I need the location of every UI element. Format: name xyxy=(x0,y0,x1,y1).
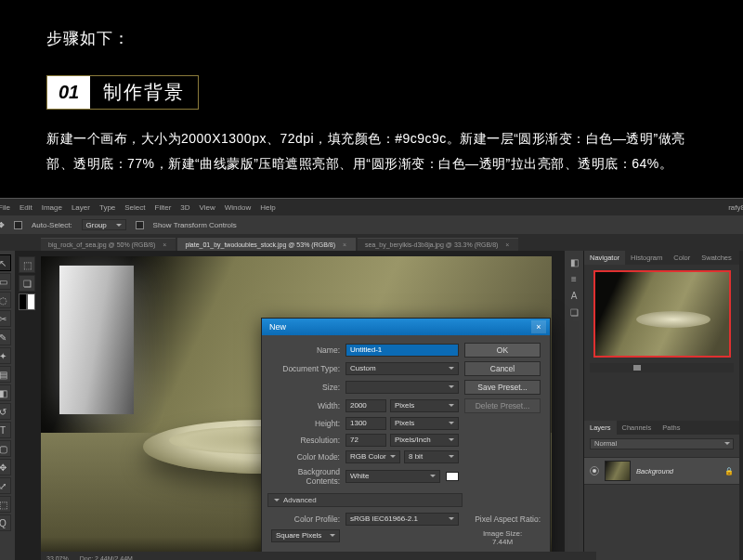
menu-item[interactable]: Window xyxy=(225,203,251,212)
colormode-label: Color Mode: xyxy=(271,452,340,462)
panel-tab[interactable]: Color xyxy=(668,251,696,265)
menu-item[interactable]: Layer xyxy=(72,203,90,212)
tool-icon[interactable]: ⬚ xyxy=(0,496,11,513)
layer-row[interactable]: Background 🔒 xyxy=(584,457,739,485)
advanced-section-toggle[interactable]: Advanced xyxy=(267,493,463,507)
tool-icon[interactable]: ▭ xyxy=(0,273,11,290)
color-swatches[interactable] xyxy=(19,293,35,310)
doctype-dropdown[interactable]: Custom xyxy=(345,362,459,375)
menu-item[interactable]: Select xyxy=(124,203,145,212)
dialog-titlebar[interactable]: New × xyxy=(262,319,550,335)
layer-name[interactable]: Background xyxy=(636,467,673,475)
colorprofile-label: Color Profile: xyxy=(271,514,340,524)
menu-item[interactable]: Edit xyxy=(20,203,33,212)
tool-icon[interactable]: ◌ xyxy=(0,292,11,308)
layer-thumbnail[interactable] xyxy=(605,461,631,481)
close-icon[interactable]: × xyxy=(343,241,346,248)
zoom-level[interactable]: 33.07% xyxy=(46,555,69,560)
navigator-panel-tabs: NavigatorHistogramColorSwatches xyxy=(584,251,739,265)
tool-icon[interactable]: T xyxy=(0,422,11,438)
user-label: rafy8 xyxy=(728,203,743,212)
menu-item[interactable]: Filter xyxy=(155,203,172,212)
menu-item[interactable]: Image xyxy=(42,203,62,212)
canvas-softbox-graphic xyxy=(59,266,134,414)
bgcolor-swatch[interactable] xyxy=(446,472,459,481)
panel-tab[interactable]: Swatches xyxy=(696,251,737,265)
toolbox: ↖▭◌✂✎✦▤◧↺T▢✥⤢⬚Q xyxy=(0,251,15,560)
tool-icon[interactable]: ▤ xyxy=(0,366,11,383)
tool-icon[interactable]: ❏ xyxy=(19,275,35,292)
tool-icon[interactable]: ↺ xyxy=(0,403,11,420)
menu-item[interactable]: 3D xyxy=(180,203,189,212)
tool-icon[interactable]: ⬚ xyxy=(19,256,35,273)
blendmode-dropdown[interactable]: Normal xyxy=(590,438,734,449)
section-header: 01 制作背景 xyxy=(46,75,199,110)
tool-icon[interactable]: ✦ xyxy=(0,347,11,364)
tool-icon[interactable]: Q xyxy=(0,514,11,531)
document-tab[interactable]: big_rock_of_sea.jpg @ 50% (RGB/8)× xyxy=(41,238,176,251)
resolution-input[interactable]: 72 xyxy=(345,434,386,447)
width-unit-dropdown[interactable]: Pixels xyxy=(390,399,459,412)
tool-icon[interactable]: ⤢ xyxy=(0,477,11,494)
menu-item[interactable]: File xyxy=(0,203,10,212)
resolution-unit-dropdown[interactable]: Pixels/Inch xyxy=(390,434,459,447)
size-dropdown[interactable] xyxy=(345,381,459,394)
menu-item[interactable]: Type xyxy=(99,203,115,212)
layer-visibility-icon[interactable] xyxy=(590,466,599,475)
size-label: Size: xyxy=(271,383,340,392)
panel-tab[interactable]: Navigator xyxy=(584,251,625,265)
name-label: Name: xyxy=(271,345,340,355)
tool-icon[interactable]: ◧ xyxy=(0,384,11,401)
panel-tab[interactable]: Channels xyxy=(617,421,658,435)
section-number: 01 xyxy=(47,76,90,109)
document-tab[interactable]: sea_by_berylkis-d3b8ja.jpg @ 33.3% (RGB/… xyxy=(358,238,518,251)
doc-size: Doc: 2.44M/2.44M xyxy=(80,555,133,560)
name-input[interactable]: Untitled-1 xyxy=(345,344,459,357)
pixelaspect-label: Pixel Aspect Ratio: xyxy=(464,514,541,524)
panel-icon[interactable]: ◧ xyxy=(567,256,580,269)
close-icon[interactable]: × xyxy=(505,241,509,248)
panel-icon[interactable]: ≡ xyxy=(567,273,580,286)
close-icon[interactable]: × xyxy=(163,241,166,248)
navigator-zoom-slider[interactable] xyxy=(590,363,734,372)
panel-tab[interactable]: Histogram xyxy=(625,251,668,265)
menu-item[interactable]: View xyxy=(200,203,215,212)
bitdepth-dropdown[interactable]: 8 bit xyxy=(404,450,459,463)
tool-icon[interactable]: ✎ xyxy=(0,329,11,345)
autoselect-target-dropdown[interactable]: Group xyxy=(82,219,126,230)
close-icon[interactable]: × xyxy=(531,320,546,333)
height-unit-dropdown[interactable]: Pixels xyxy=(390,417,459,430)
delete-preset-button: Delete Preset... xyxy=(464,398,541,413)
tool-icon[interactable]: ✂ xyxy=(0,310,11,327)
tool-icon[interactable]: ▢ xyxy=(0,440,11,457)
show-transform-label: Show Transform Controls xyxy=(153,221,237,229)
panel-tab[interactable]: Paths xyxy=(657,421,685,435)
panel-tab[interactable]: Layers xyxy=(584,421,617,435)
tool-icon[interactable]: ✥ xyxy=(0,459,11,475)
panel-icon[interactable]: A xyxy=(567,290,580,303)
height-input[interactable]: 1300 xyxy=(345,417,386,430)
menu-item[interactable]: Help xyxy=(260,203,275,212)
bgcontents-dropdown[interactable]: White xyxy=(345,470,440,483)
cancel-button[interactable]: Cancel xyxy=(464,361,541,376)
colorprofile-dropdown[interactable]: sRGB IEC61966-2.1 xyxy=(345,513,459,526)
colormode-dropdown[interactable]: RGB Color xyxy=(345,450,400,463)
section-title: 制作背景 xyxy=(90,76,198,109)
ok-button[interactable]: OK xyxy=(464,343,541,358)
save-preset-button[interactable]: Save Preset... xyxy=(464,380,541,395)
tool-icon[interactable]: ↖ xyxy=(0,254,11,271)
steps-intro: 步骤如下： xyxy=(46,28,697,49)
navigator-thumbnail[interactable] xyxy=(593,270,731,358)
section-description: 新建一个画布，大小为2000X1300px、72dpi，填充颜色：#9c9c9c… xyxy=(46,126,697,176)
show-transform-checkbox[interactable] xyxy=(136,221,144,229)
imagesize-label: Image Size: xyxy=(464,529,541,538)
autoselect-checkbox[interactable] xyxy=(14,221,22,229)
toolbox-secondary: ⬚ ❏ xyxy=(19,256,35,310)
document-tab[interactable]: plate_01_by_twodoubles_stock.jpg @ 53% (… xyxy=(177,238,356,251)
autoselect-label: Auto-Select: xyxy=(32,221,72,229)
options-bar: ✥ Auto-Select: Group Show Transform Cont… xyxy=(0,215,743,234)
new-document-dialog: New × Name: Untitled-1 OK Document Type:… xyxy=(261,318,551,558)
panel-icon[interactable]: ❏ xyxy=(567,306,580,319)
pixelaspect-dropdown[interactable]: Square Pixels xyxy=(271,529,340,542)
width-input[interactable]: 2000 xyxy=(345,399,386,412)
